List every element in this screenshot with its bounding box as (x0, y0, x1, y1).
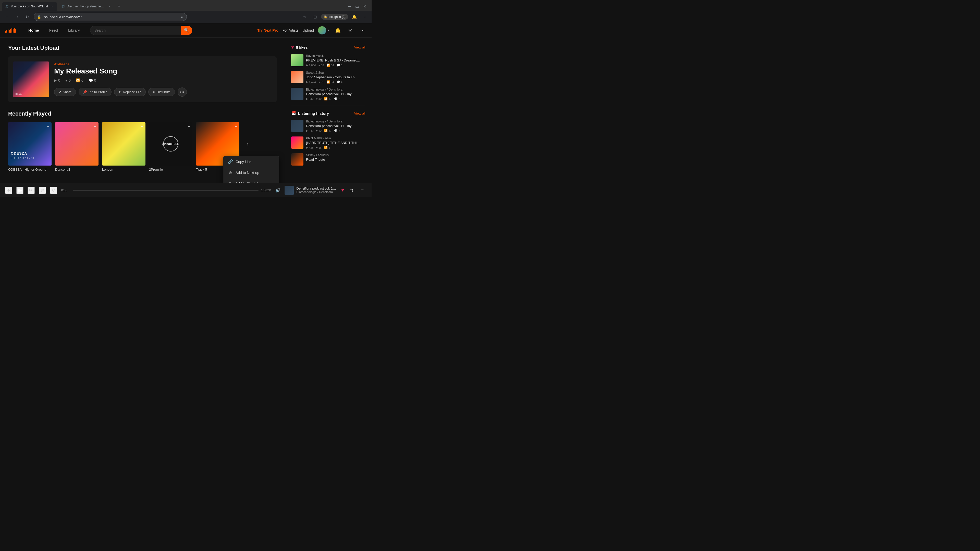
menu-add-playlist[interactable]: ≡ Add to Playlist (223, 178, 279, 183)
nav-home[interactable]: Home (24, 26, 43, 35)
likes-count-label: 8 likes (296, 45, 308, 49)
messages-icon[interactable]: ✉ (346, 26, 354, 35)
url-bar[interactable]: 🔒 soundcloud.com/discover ★ (34, 13, 187, 21)
comment-icon: 💬 (89, 78, 93, 83)
notifications-button[interactable]: 🔔 (350, 13, 358, 21)
share-button[interactable]: ↗ Share (54, 88, 76, 96)
restore-button[interactable]: ▭ (355, 4, 359, 9)
sidebar-title-hist-1: Densiflora podcast vol. 11 - Iny (306, 124, 366, 128)
likes-view-all[interactable]: View all (354, 45, 366, 49)
track-card-3[interactable]: ☁ London (102, 122, 145, 171)
replace-label: Replace File (123, 90, 141, 94)
sidebar-track-likes-3[interactable]: Biotechnologia / Densiflora Densiflora p… (291, 88, 366, 100)
tab-2-close[interactable]: ✕ (107, 4, 111, 8)
track-thumb-1: ☁ ODESZA HIGHER GROUND (8, 122, 52, 165)
play-pause-button[interactable]: ▶ (16, 187, 24, 194)
shuffle-button[interactable]: ⇌ (39, 187, 46, 194)
close-button[interactable]: ✕ (363, 4, 366, 9)
reposts-val-h2: 2 (328, 146, 330, 149)
incognito-icon: 🕵 (324, 15, 328, 19)
forward-button[interactable]: → (13, 13, 21, 21)
bar-8 (14, 28, 15, 33)
sidebar-track-info-hist-1: Biotechnologia / Densiflora Densiflora p… (306, 120, 366, 132)
comments-val-3: 3 (339, 97, 340, 100)
stat-likes-3: ♥ 42 (316, 97, 321, 100)
thumb-overlay-text: CAVA (15, 93, 22, 95)
sidebar-track-likes-1[interactable]: Raven Musik PREMIERE: Nosh & SJ - Dreams… (291, 54, 366, 67)
play-icon-2: ▶ (306, 80, 308, 84)
share-icon: ↗ (59, 90, 61, 94)
user-avatar[interactable] (318, 26, 326, 35)
for-artists-link[interactable]: For Artists (283, 28, 299, 32)
repeat-button[interactable]: ↺ (50, 187, 57, 194)
distribute-button[interactable]: ◈ Distribute (148, 88, 175, 96)
skip-forward-button[interactable]: ⏭ (27, 187, 35, 194)
history-view-all[interactable]: View all (354, 111, 366, 115)
play-icon-1: ▶ (306, 64, 308, 67)
track-card-2[interactable]: ☁ Dancehall (55, 122, 99, 171)
volume-icon[interactable]: 🔊 (275, 188, 280, 192)
sidebar-track-hist-2[interactable]: PRZFM109.2 Asia [HARD TRUTH] TITHE AND T… (291, 137, 366, 149)
sidebar-title-likes-2: Jono Stephenson - Colours In Th... (306, 75, 366, 79)
player-track-name: Densiflora podcast vol. 11 - Iny (296, 186, 337, 190)
menu-copy-link[interactable]: 🔗 Copy Link (223, 156, 279, 167)
current-time: 0:00 (61, 189, 70, 192)
skip-back-button[interactable]: ⏮ (5, 187, 12, 194)
comments-val-h1: 3 (339, 129, 340, 132)
stat-reposts-3: 🔁 17 (324, 97, 331, 100)
player-like-button[interactable]: ♥ (341, 187, 344, 193)
back-button[interactable]: ← (3, 13, 10, 21)
sidebar-track-info-hist-2: PRZFM109.2 Asia [HARD TRUTH] TITHE AND T… (306, 137, 366, 149)
reload-button[interactable]: ↻ (24, 13, 30, 21)
track-2-name: Dancehall (55, 168, 99, 171)
tab-1-close[interactable]: ✕ (50, 4, 54, 8)
nav-feed[interactable]: Feed (45, 26, 62, 35)
history-title-text: Listening history (298, 111, 329, 116)
player-more-button[interactable]: ≡ (358, 186, 366, 194)
incognito-badge[interactable]: 🕵 Incognito (2) (321, 14, 348, 20)
avatar-wrap[interactable]: ▼ (318, 26, 330, 35)
try-next-pro-link[interactable]: Try Next Pro (257, 28, 278, 32)
search-input[interactable] (90, 26, 192, 35)
track-card-4[interactable]: ☁ 2PROMILLE 2Promille (149, 122, 192, 171)
more-options-icon[interactable]: ⋯ (358, 26, 366, 35)
stat-comments-2: 💬 4 (337, 80, 342, 84)
more-button[interactable]: ⋯ (360, 13, 369, 21)
sidebar-track-likes-2[interactable]: Sweet & Sour Jono Stephenson - Colours I… (291, 71, 366, 84)
stat-comments-h1: 💬 3 (334, 129, 340, 132)
sidebar-thumb-hist-1 (291, 120, 304, 132)
search-button[interactable]: 🔍 (181, 26, 192, 35)
more-options-button[interactable]: ••• (178, 87, 187, 97)
bookmark-button[interactable]: ☆ (301, 13, 309, 21)
replace-file-button[interactable]: ⬆ Replace File (114, 88, 145, 96)
minimize-button[interactable]: ─ (348, 4, 351, 9)
sidebar-title-hist-2: [HARD TRUTH] TITHE AND TITHI... (306, 141, 366, 144)
player-queue-button[interactable]: ⇉ (347, 186, 355, 194)
tab-2[interactable]: 🎵 Discover the top streamed mus... ✕ (58, 2, 115, 11)
upload-link[interactable]: Upload (303, 28, 314, 32)
player-bar: ⏮ ▶ ⏭ ⇌ ↺ 0:00 1:58:34 🔊 Densiflora podc… (0, 183, 372, 197)
pin-to-profile-button[interactable]: 📌 Pin to Profile (79, 88, 112, 96)
sidebar-thumb-hist-3 (291, 153, 304, 165)
soundcloud-logo[interactable] (5, 28, 16, 33)
reposts-val-1: 34 (331, 64, 334, 67)
sidebar-stats-likes-3: ▶ 642 ♥ 42 🔁 17 💬 3 (306, 97, 366, 100)
comment-icon-1: 💬 (337, 64, 340, 67)
sidebar-track-hist-1[interactable]: Biotechnologia / Densiflora Densiflora p… (291, 120, 366, 132)
nav-library[interactable]: Library (64, 26, 84, 35)
menu-add-next-up[interactable]: ⊕ Add to Next up (223, 167, 279, 178)
track-card-1[interactable]: ☁ ODESZA HIGHER GROUND ODESZA - Higher G… (8, 122, 52, 171)
comments-val-2: 4 (341, 81, 342, 84)
notifications-bell[interactable]: 🔔 (334, 26, 342, 35)
repost-count-value: 0 (81, 78, 83, 83)
progress-bar[interactable] (73, 190, 259, 191)
tab-1[interactable]: 🎵 Your tracks on SoundCloud ✕ (2, 2, 57, 11)
sidebar-track-hist-3[interactable]: Skinny Fabulous Road Tribute (291, 153, 366, 165)
copy-link-icon: 🔗 (228, 159, 232, 164)
like-icon: ♥ (65, 78, 67, 83)
bar-1 (5, 31, 6, 33)
new-tab-button[interactable]: + (115, 3, 123, 10)
pin-icon: 📌 (83, 90, 87, 94)
split-screen-button[interactable]: ⊡ (311, 13, 319, 21)
comment-count: 💬 0 (89, 78, 96, 83)
